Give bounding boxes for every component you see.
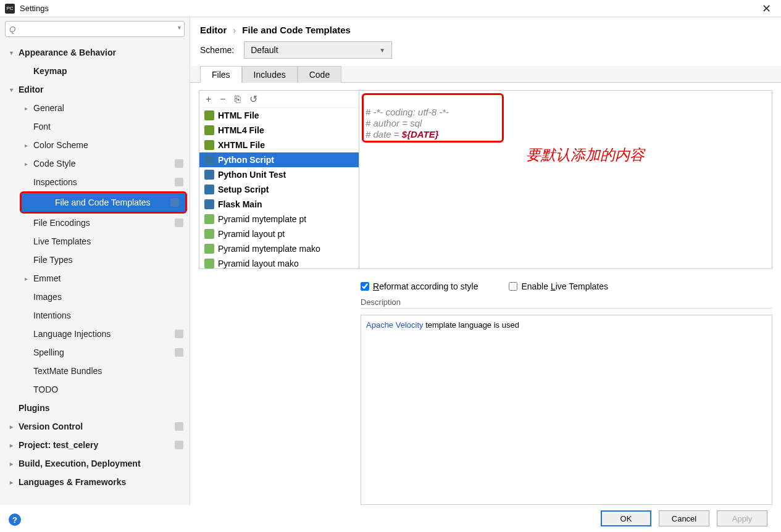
sidebar-item-label: Version Control <box>19 422 83 431</box>
ok-button[interactable]: OK <box>601 510 651 526</box>
chevron-icon: ▸ <box>10 479 19 486</box>
svg-rect-1 <box>175 178 183 186</box>
file-template-item[interactable]: Flask Main <box>199 197 359 212</box>
scope-badge-icon <box>175 218 183 227</box>
file-type-icon <box>204 185 214 194</box>
sidebar-item-spelling[interactable]: Spelling <box>0 343 190 362</box>
sidebar-item-label: File Encodings <box>33 218 90 228</box>
svg-rect-0 <box>175 159 183 168</box>
chevron-icon: ▸ <box>25 275 33 282</box>
sidebar-item-code-style[interactable]: ▸Code Style <box>0 154 190 173</box>
sidebar-item-live-templates[interactable]: Live Templates <box>0 232 190 251</box>
sidebar-item-keymap[interactable]: Keymap <box>0 62 190 80</box>
svg-rect-2 <box>170 198 179 207</box>
sidebar-item-label: File and Code Templates <box>55 197 151 207</box>
window-title: Settings <box>20 4 49 13</box>
description-box: Apache Velocity template language is use… <box>361 315 772 505</box>
file-template-item[interactable]: Python Script <box>199 152 359 167</box>
sidebar-item-label: Project: test_celery <box>19 440 98 450</box>
scope-badge-icon <box>175 441 183 449</box>
file-template-item[interactable]: Python Unit Test <box>199 167 359 182</box>
file-type-icon <box>204 199 214 209</box>
sidebar-item-plugins[interactable]: Plugins <box>0 399 190 417</box>
sidebar-item-label: Font <box>33 122 51 131</box>
file-template-item[interactable]: HTML File <box>199 108 359 123</box>
file-template-item[interactable]: Pyramid layout pt <box>199 227 359 241</box>
scope-badge-icon <box>175 159 183 168</box>
sidebar-item-label: Emmet <box>33 273 61 283</box>
file-type-icon <box>204 259 214 268</box>
sidebar-item-images[interactable]: Images <box>0 288 190 306</box>
velocity-link[interactable]: Apache Velocity <box>366 320 424 330</box>
file-type-icon <box>204 229 214 239</box>
file-template-label: Setup Script <box>218 185 269 194</box>
sidebar-item-version-control[interactable]: ▸Version Control <box>0 417 190 436</box>
sidebar-item-label: General <box>33 103 64 113</box>
sidebar-item-label: TextMate Bundles <box>33 366 102 376</box>
sidebar-item-languages-frameworks[interactable]: ▸Languages & Frameworks <box>0 473 190 491</box>
file-list: HTML FileHTML4 FileXHTML FilePython Scri… <box>199 108 359 268</box>
add-icon[interactable]: + <box>206 94 211 105</box>
file-type-icon <box>204 214 214 224</box>
help-icon[interactable]: ? <box>9 513 21 526</box>
sidebar-item-file-encodings[interactable]: File Encodings <box>0 214 190 232</box>
tab-code[interactable]: Code <box>298 66 341 83</box>
search-dropdown-icon[interactable]: ▾ <box>178 24 181 31</box>
scheme-label: Scheme: <box>200 45 234 55</box>
settings-tree: ▾Appearance & BehaviorKeymap▾Editor▸Gene… <box>0 41 190 505</box>
annotation-box-sidebar: File and Code Templates <box>20 191 187 214</box>
sidebar-item-editor[interactable]: ▾Editor <box>0 80 190 99</box>
sidebar-item-appearance-behavior[interactable]: ▾Appearance & Behavior <box>0 43 190 62</box>
file-template-item[interactable]: HTML4 File <box>199 123 359 138</box>
cancel-button[interactable]: Cancel <box>659 510 709 526</box>
sidebar-item-label: Images <box>33 292 62 302</box>
sidebar-item-label: Editor <box>19 85 43 94</box>
sidebar-item-inspections[interactable]: Inspections <box>0 173 190 191</box>
file-template-item[interactable]: XHTML File <box>199 138 359 152</box>
svg-rect-3 <box>175 218 183 227</box>
breadcrumb-a[interactable]: Editor <box>200 25 227 35</box>
file-template-item[interactable]: Pyramid mytemplate mako <box>199 241 359 256</box>
file-type-icon <box>204 140 214 150</box>
chevron-icon: ▸ <box>10 423 19 430</box>
annotation-text: 要默认添加的内容 <box>526 145 645 165</box>
reformat-checkbox[interactable]: Reformat according to style <box>361 281 478 291</box>
sidebar-item-color-scheme[interactable]: ▸Color Scheme <box>0 136 190 154</box>
file-type-icon <box>204 170 214 180</box>
sidebar-item-language-injections[interactable]: Language Injections <box>0 325 190 343</box>
close-icon[interactable]: ✕ <box>757 2 776 15</box>
copy-icon[interactable]: ⎘ <box>235 94 241 105</box>
code-editor[interactable]: # -*- coding: utf-8 -*- # author = sql #… <box>359 91 772 268</box>
scope-badge-icon <box>175 330 183 338</box>
file-template-item[interactable]: Pyramid layout mako <box>199 256 359 268</box>
sidebar-item-project-test-celery[interactable]: ▸Project: test_celery <box>0 436 190 454</box>
file-list-panel: + − ⎘ ↺ HTML FileHTML4 FileXHTML FilePyt… <box>199 90 359 269</box>
file-type-icon <box>204 110 214 120</box>
search-input[interactable] <box>5 21 185 37</box>
sidebar-item-textmate-bundles[interactable]: TextMate Bundles <box>0 362 190 380</box>
sidebar-item-build-execution-deployment[interactable]: ▸Build, Execution, Deployment <box>0 454 190 473</box>
file-template-item[interactable]: Pyramid mytemplate pt <box>199 212 359 227</box>
sidebar-item-emmet[interactable]: ▸Emmet <box>0 269 190 288</box>
undo-icon[interactable]: ↺ <box>249 93 257 105</box>
sidebar-item-general[interactable]: ▸General <box>0 99 190 117</box>
sidebar-item-file-and-code-templates[interactable]: File and Code Templates <box>22 193 185 212</box>
remove-icon[interactable]: − <box>220 94 225 105</box>
scheme-select[interactable]: Default ▼ <box>244 41 392 59</box>
svg-rect-4 <box>175 330 183 338</box>
tab-files[interactable]: Files <box>200 66 242 83</box>
breadcrumb: Editor › File and Code Templates <box>190 17 781 39</box>
svg-rect-7 <box>175 441 183 449</box>
sidebar-item-todo[interactable]: TODO <box>0 380 190 399</box>
file-template-item[interactable]: Setup Script <box>199 182 359 197</box>
sidebar: ▾ ▾Appearance & BehaviorKeymap▾Editor▸Ge… <box>0 17 190 505</box>
sidebar-item-intentions[interactable]: Intentions <box>0 306 190 325</box>
sidebar-item-file-types[interactable]: File Types <box>0 251 190 269</box>
description-label: Description <box>361 294 772 309</box>
button-bar: OK Cancel Apply <box>0 505 781 532</box>
sidebar-item-font[interactable]: Font <box>0 117 190 136</box>
file-template-label: HTML4 File <box>218 125 264 135</box>
enable-live-templates-checkbox[interactable]: Enable Live Templates <box>509 281 608 291</box>
tab-includes[interactable]: Includes <box>242 66 298 83</box>
scope-badge-icon <box>170 198 179 207</box>
